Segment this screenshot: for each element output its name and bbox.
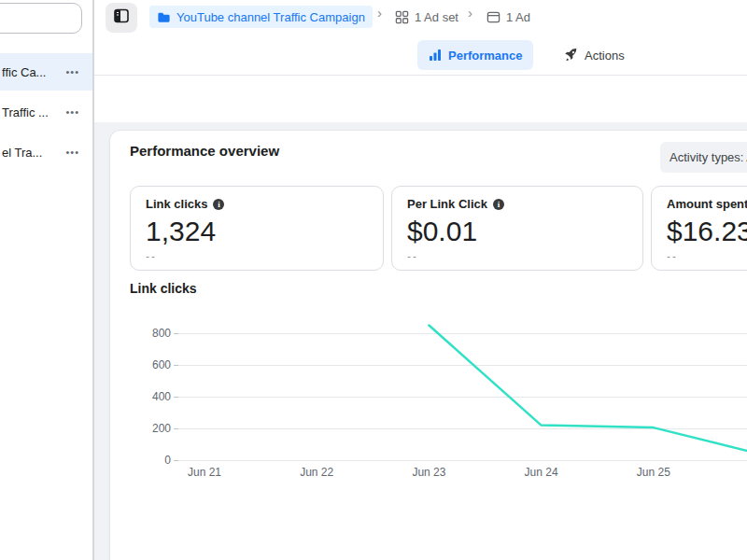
info-icon[interactable]: i	[493, 199, 504, 210]
metric-value: $16.23	[667, 216, 747, 247]
metric-value: 1,324	[146, 216, 368, 247]
metric-card: Link clicks i 1,324 --	[130, 186, 384, 271]
sidebar-campaign-item[interactable]: Traffic ... •••	[0, 93, 92, 131]
metric-label-row: Per Link Click i	[407, 197, 627, 211]
sidebar-campaign-item[interactable]: el Tra... •••	[0, 133, 92, 171]
search-input[interactable]	[0, 3, 82, 34]
item-menu-button[interactable]: •••	[65, 147, 79, 158]
metric-cards-row: Link clicks i 1,324 -- Per Link Click i …	[130, 186, 747, 271]
breadcrumb-ad-label: 1 Ad	[506, 10, 530, 24]
folder-icon	[157, 10, 171, 24]
y-axis-label: 800	[132, 327, 171, 340]
y-axis-label: 400	[132, 390, 171, 403]
chart-line-svg	[178, 314, 747, 468]
sidebar-item-label: Traffic ...	[2, 105, 65, 119]
metric-secondary-value: --	[407, 250, 627, 263]
metric-label-row: Link clicks i	[146, 197, 368, 211]
ads-manager-report: ffic Ca... ••• Traffic ... ••• el Tra...…	[0, 0, 747, 560]
x-axis-label: Jun 25	[627, 466, 680, 479]
ad-frame-icon	[486, 10, 500, 24]
breadcrumb-adset-label: 1 Ad set	[415, 10, 458, 24]
sidebar-item-label: ffic Ca...	[2, 65, 65, 79]
tab-actions[interactable]: Actions	[552, 40, 636, 70]
metric-card: Per Link Click i $0.01 --	[391, 186, 643, 271]
sidebar-campaign-item[interactable]: ffic Ca... •••	[0, 53, 92, 91]
metric-label: Amount spent	[667, 197, 747, 211]
performance-overview-card: Performance overview Activity types: A L…	[109, 130, 747, 560]
bar-chart-icon	[429, 49, 442, 62]
sidebar-toggle-button[interactable]	[106, 3, 137, 33]
adset-grid-icon	[395, 10, 409, 24]
x-axis-label: Jun 22	[290, 466, 343, 479]
chart-title: Link clicks	[130, 281, 197, 296]
metric-secondary-value: --	[667, 250, 747, 263]
sidebar-toggle-icon	[113, 7, 130, 28]
metric-label: Link clicks	[146, 197, 207, 211]
metric-label: Per Link Click	[407, 197, 487, 211]
y-axis-label: 0	[132, 454, 171, 467]
tab-actions-label: Actions	[585, 49, 625, 63]
chevron-right-icon: ›	[377, 5, 382, 21]
tab-performance[interactable]: Performance	[417, 40, 533, 70]
breadcrumb-adset[interactable]: 1 Ad set	[395, 6, 458, 28]
x-axis-label: Jun 24	[515, 466, 568, 479]
tab-performance-label: Performance	[448, 49, 522, 63]
metric-value: $0.01	[407, 216, 627, 247]
metric-secondary-value: --	[146, 250, 368, 263]
metric-label-row: Amount spent i	[667, 197, 747, 211]
breadcrumb-campaign-label: YouTube channel Traffic Campaign	[176, 10, 365, 24]
x-axis-label: Jun 21	[178, 466, 231, 479]
metric-card: Amount spent i $16.23 --	[651, 186, 747, 271]
page-title: Performance overview	[130, 143, 279, 159]
campaign-sidebar: ffic Ca... ••• Traffic ... ••• el Tra...…	[0, 0, 94, 560]
chevron-right-icon: ›	[468, 5, 472, 21]
x-axis-label: Jun 23	[402, 466, 455, 479]
item-menu-button[interactable]: •••	[65, 66, 79, 77]
top-bar: YouTube channel Traffic Campaign › 1 Ad …	[94, 0, 747, 76]
y-axis-label: 200	[132, 422, 171, 435]
y-axis-label: 600	[132, 358, 171, 371]
rocket-icon	[563, 48, 578, 63]
breadcrumb-campaign[interactable]: YouTube channel Traffic Campaign	[149, 6, 373, 28]
breadcrumb-ad[interactable]: 1 Ad	[486, 6, 530, 28]
info-icon[interactable]: i	[213, 199, 224, 210]
item-menu-button[interactable]: •••	[65, 106, 79, 118]
activity-types-filter[interactable]: Activity types: A	[660, 142, 747, 173]
campaign-list: ffic Ca... ••• Traffic ... ••• el Tra...…	[0, 53, 92, 174]
sidebar-item-label: el Tra...	[2, 146, 65, 160]
series-link-clicks	[429, 326, 747, 455]
